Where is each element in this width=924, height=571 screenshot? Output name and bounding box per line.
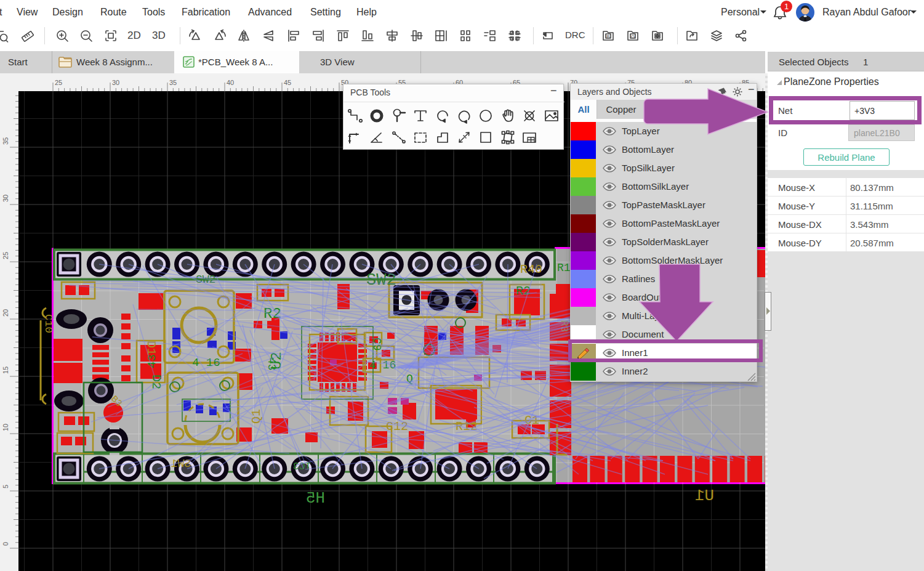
svg-text:B: B — [606, 33, 609, 39]
svg-text:H5: H5 — [306, 489, 325, 508]
svg-text:4 16: 4 16 — [192, 356, 220, 370]
svg-text:25: 25 — [55, 79, 62, 86]
svg-text:C10: C10 — [42, 314, 54, 333]
svg-text:U1: U1 — [695, 487, 714, 505]
svg-text:5: 5 — [2, 485, 9, 488]
svg-text:R1: R1 — [557, 262, 571, 274]
svg-text:0: 0 — [2, 542, 9, 546]
svg-text:R40: R40 — [520, 262, 542, 277]
svg-text:40: 40 — [227, 79, 234, 86]
svg-text:35: 35 — [169, 79, 177, 86]
svg-text:30: 30 — [2, 195, 9, 202]
svg-text:4 16: 4 16 — [369, 359, 396, 371]
svg-text:25: 25 — [2, 252, 9, 259]
svg-text:43: 43 — [145, 354, 159, 368]
svg-text:45: 45 — [284, 79, 291, 86]
svg-text:G: G — [631, 33, 635, 39]
svg-text:35: 35 — [2, 137, 9, 145]
svg-text:TC3: TC3 — [293, 461, 311, 472]
svg-text:20: 20 — [2, 309, 9, 317]
svg-text:10: 10 — [2, 424, 9, 431]
svg-text:15: 15 — [2, 366, 9, 374]
svg-text:30: 30 — [112, 79, 119, 86]
